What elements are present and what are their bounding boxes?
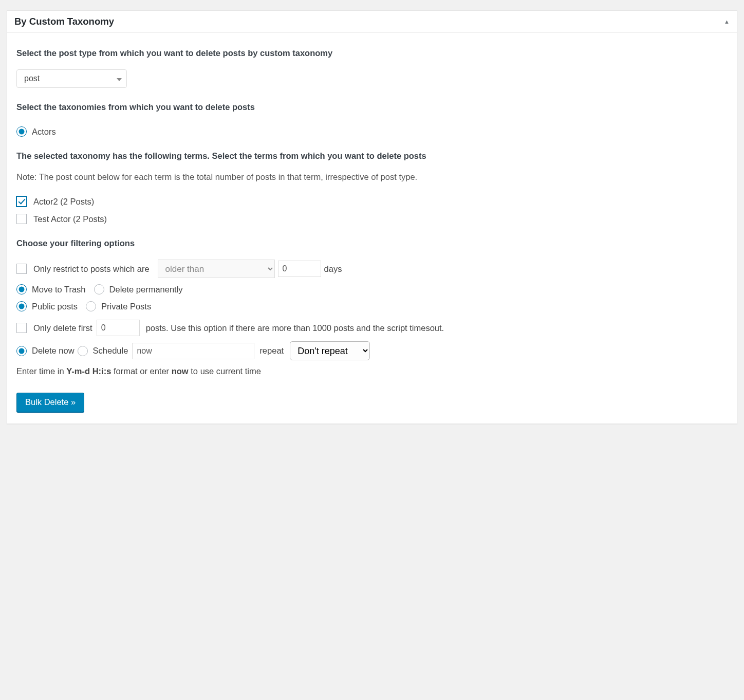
taxonomy-radio-actors[interactable] (16, 126, 27, 137)
delete-permanently-radio[interactable] (94, 284, 104, 294)
filters-label: Choose your filtering options (16, 238, 728, 248)
schedule-radio[interactable] (78, 346, 88, 356)
limit-checkbox[interactable] (16, 323, 27, 333)
taxonomy-list: Actors (16, 123, 728, 140)
schedule-time-input[interactable] (132, 343, 254, 359)
taxonomy-item: Actors (16, 123, 728, 140)
term-item-label[interactable]: Actor2 (2 Posts) (33, 197, 94, 207)
limit-input[interactable] (97, 320, 140, 336)
restrict-checkbox[interactable] (16, 264, 27, 274)
repeat-label: repeat (259, 346, 284, 356)
term-item: Test Actor (2 Posts) (16, 211, 728, 227)
public-posts-label[interactable]: Public posts (32, 302, 78, 311)
repeat-select[interactable]: Don't repeat (290, 341, 370, 360)
limit-prefix[interactable]: Only delete first (33, 323, 92, 333)
move-to-trash-label[interactable]: Move to Trash (32, 285, 86, 294)
term-checkbox-test-actor[interactable] (16, 214, 27, 224)
private-posts-radio[interactable] (86, 301, 96, 311)
postbox-header: By Custom Taxonomy ▲ (7, 11, 737, 33)
bulk-delete-button[interactable]: Bulk Delete » (16, 393, 84, 412)
limit-row: Only delete first posts. Use this option… (16, 320, 728, 336)
days-label: days (324, 264, 342, 274)
limit-suffix: posts. Use this option if there are more… (146, 323, 444, 333)
postbox-title: By Custom Taxonomy (14, 16, 114, 27)
private-posts-label[interactable]: Private Posts (101, 302, 151, 311)
visibility-row: Public posts Private Posts (16, 298, 728, 315)
post-type-select[interactable]: post (16, 69, 127, 88)
taxonomy-item-label[interactable]: Actors (32, 127, 56, 137)
time-note-format: Y-m-d H:i:s (66, 366, 111, 376)
delete-permanently-label[interactable]: Delete permanently (109, 285, 183, 294)
terms-list: Actor2 (2 Posts) Test Actor (2 Posts) (16, 193, 728, 227)
time-format-note: Enter time in Y-m-d H:i:s format or ente… (16, 366, 728, 376)
restrict-days-input[interactable] (278, 261, 321, 277)
time-note-mid: format or enter (111, 366, 171, 376)
by-custom-taxonomy-box: By Custom Taxonomy ▲ Select the post typ… (7, 10, 737, 424)
schedule-label[interactable]: Schedule (93, 346, 128, 356)
collapse-toggle-icon[interactable]: ▲ (724, 19, 730, 25)
postbox-inside: Select the post type from which you want… (7, 33, 737, 423)
delete-now-label[interactable]: Delete now (32, 346, 75, 356)
term-item: Actor2 (2 Posts) (16, 193, 728, 210)
taxonomy-label: Select the taxonomies from which you wan… (16, 102, 728, 112)
term-checkbox-actor2[interactable] (16, 196, 27, 207)
delete-now-radio[interactable] (16, 346, 27, 356)
terms-note: Note: The post count below for each term… (16, 172, 728, 182)
restrict-label[interactable]: Only restrict to posts which are (33, 264, 150, 274)
delete-mode-row: Move to Trash Delete permanently (16, 281, 728, 298)
term-item-label[interactable]: Test Actor (2 Posts) (33, 214, 107, 224)
restrict-age-select[interactable]: older than (158, 260, 275, 278)
post-type-label: Select the post type from which you want… (16, 48, 728, 58)
move-to-trash-radio[interactable] (16, 284, 27, 294)
time-note-now: now (172, 366, 189, 376)
filters: Only restrict to posts which are older t… (16, 260, 728, 376)
time-note-suffix: to use current time (189, 366, 261, 376)
restrict-row: Only restrict to posts which are older t… (16, 260, 728, 278)
terms-label: The selected taxonomy has the following … (16, 151, 728, 161)
public-posts-radio[interactable] (16, 301, 27, 311)
schedule-row: Delete now Schedule repeat Don't repeat (16, 341, 728, 360)
time-note-prefix: Enter time in (16, 366, 66, 376)
post-type-select-value: post (16, 69, 127, 88)
